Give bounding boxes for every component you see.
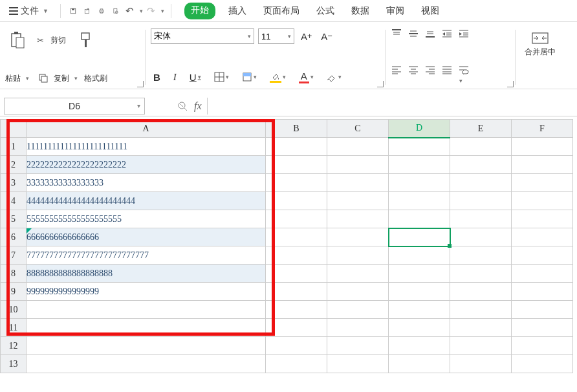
tab-insert[interactable]: 插入 — [224, 3, 250, 19]
increase-font-button[interactable]: A+ — [298, 30, 314, 43]
align-left-button[interactable] — [391, 65, 402, 85]
merge-center-button[interactable]: 合并居中 — [521, 28, 560, 60]
cell-D8[interactable] — [389, 265, 450, 283]
group-expand-icon[interactable] — [507, 81, 514, 87]
cell-D9[interactable] — [389, 283, 450, 301]
row-header-8[interactable]: 8 — [1, 265, 27, 283]
export-icon[interactable] — [82, 5, 93, 17]
cell-B3[interactable] — [266, 174, 327, 192]
cell-F7[interactable] — [512, 246, 573, 265]
cell-E9[interactable] — [450, 283, 512, 301]
group-expand-icon[interactable] — [137, 81, 144, 87]
cell-A11[interactable] — [27, 319, 266, 337]
cell-D1[interactable] — [389, 138, 450, 156]
redo-dropdown[interactable]: ▾ — [161, 8, 164, 14]
cell-B11[interactable] — [266, 319, 327, 337]
tab-view[interactable]: 视图 — [417, 3, 443, 19]
undo-icon[interactable]: ↶ — [124, 5, 136, 17]
select-all-corner[interactable] — [1, 120, 27, 138]
cell-A8[interactable]: 8888888888888888888 — [27, 265, 266, 283]
cell-A9[interactable]: 9999999999999999 — [27, 283, 266, 301]
cell-D2[interactable] — [389, 156, 450, 174]
cell-C6[interactable] — [327, 228, 389, 246]
cell-E6[interactable] — [450, 228, 512, 246]
cell-F1[interactable] — [512, 138, 573, 156]
cell-E2[interactable] — [450, 156, 512, 174]
font-name-select[interactable]: 宋体 ▾ — [151, 28, 254, 44]
row-header-6[interactable]: 6 — [1, 228, 27, 246]
cell-F11[interactable] — [512, 319, 573, 337]
cell-D13[interactable] — [389, 355, 450, 373]
font-size-select[interactable]: 11 ▾ — [258, 28, 294, 44]
cell-F4[interactable] — [512, 192, 573, 210]
row-header-4[interactable]: 4 — [1, 192, 27, 210]
row-header-11[interactable]: 11 — [1, 319, 27, 337]
cell-B13[interactable] — [266, 355, 327, 373]
cell-E11[interactable] — [450, 319, 512, 337]
print-icon[interactable] — [96, 5, 107, 17]
cell-D10[interactable] — [389, 301, 450, 319]
cell-A6[interactable]: 6666666666666666 — [27, 228, 266, 246]
cell-C13[interactable] — [327, 355, 389, 373]
cell-F6[interactable] — [512, 228, 573, 246]
cell-B8[interactable] — [266, 265, 327, 283]
cell-C2[interactable] — [327, 156, 389, 174]
cell-E8[interactable] — [450, 265, 512, 283]
col-header-B[interactable]: B — [266, 120, 327, 138]
tab-data[interactable]: 数据 — [347, 3, 373, 19]
cell-D5[interactable] — [389, 210, 450, 228]
cell-E7[interactable] — [450, 246, 512, 265]
cell-B7[interactable] — [266, 246, 327, 265]
copy-button[interactable]: 复制 ▾ — [37, 72, 78, 85]
underline-button[interactable]: U▾ — [187, 71, 204, 84]
row-header-2[interactable]: 2 — [1, 156, 27, 174]
col-header-E[interactable]: E — [450, 120, 512, 138]
cell-D4[interactable] — [389, 192, 450, 210]
preview-icon[interactable] — [110, 5, 122, 17]
row-header-5[interactable]: 5 — [1, 210, 27, 228]
cell-C7[interactable] — [327, 246, 389, 265]
formula-input[interactable] — [207, 98, 577, 114]
tab-start[interactable]: 开始 — [184, 3, 215, 19]
cell-B5[interactable] — [266, 210, 327, 228]
name-box[interactable]: D6 ▾ — [4, 98, 145, 114]
cell-F2[interactable] — [512, 156, 573, 174]
col-header-C[interactable]: C — [327, 120, 389, 138]
tab-formula[interactable]: 公式 — [312, 3, 338, 19]
cut-button[interactable]: ✂ 剪切 — [34, 34, 66, 47]
cell-E13[interactable] — [450, 355, 512, 373]
fx-label[interactable]: fx — [194, 100, 202, 112]
col-header-D[interactable]: D — [389, 120, 450, 138]
row-header-1[interactable]: 1 — [1, 138, 27, 156]
cell-E3[interactable] — [450, 174, 512, 192]
cell-D6[interactable] — [389, 228, 450, 246]
cell-D11[interactable] — [389, 319, 450, 337]
cell-C3[interactable] — [327, 174, 389, 192]
cell-C5[interactable] — [327, 210, 389, 228]
cell-E4[interactable] — [450, 192, 512, 210]
cell-B2[interactable] — [266, 156, 327, 174]
cell-C11[interactable] — [327, 319, 389, 337]
tab-review[interactable]: 审阅 — [382, 3, 408, 19]
cell-F13[interactable] — [512, 355, 573, 373]
cell-A2[interactable]: 2222222222222222222222 — [27, 156, 266, 174]
cell-E5[interactable] — [450, 210, 512, 228]
cell-D3[interactable] — [389, 174, 450, 192]
cell-C10[interactable] — [327, 301, 389, 319]
cancel-formula-icon[interactable] — [177, 101, 188, 111]
row-header-13[interactable]: 13 — [1, 355, 27, 373]
cell-A7[interactable]: 777777777777777777777777777 — [27, 246, 266, 265]
cell-C1[interactable] — [327, 138, 389, 156]
format-painter-button[interactable] — [75, 29, 97, 51]
redo-icon[interactable]: ↷ — [146, 5, 157, 17]
row-header-12[interactable]: 12 — [1, 337, 27, 355]
col-header-F[interactable]: F — [512, 120, 573, 138]
save-icon[interactable] — [67, 5, 79, 17]
cell-F8[interactable] — [512, 265, 573, 283]
indent-increase-button[interactable] — [458, 28, 470, 39]
cell-A4[interactable]: 444444444444444444444444 — [27, 192, 266, 210]
cell-B9[interactable] — [266, 283, 327, 301]
cell-C12[interactable] — [327, 337, 389, 355]
cell-F12[interactable] — [512, 337, 573, 355]
cell-A12[interactable] — [27, 337, 266, 355]
